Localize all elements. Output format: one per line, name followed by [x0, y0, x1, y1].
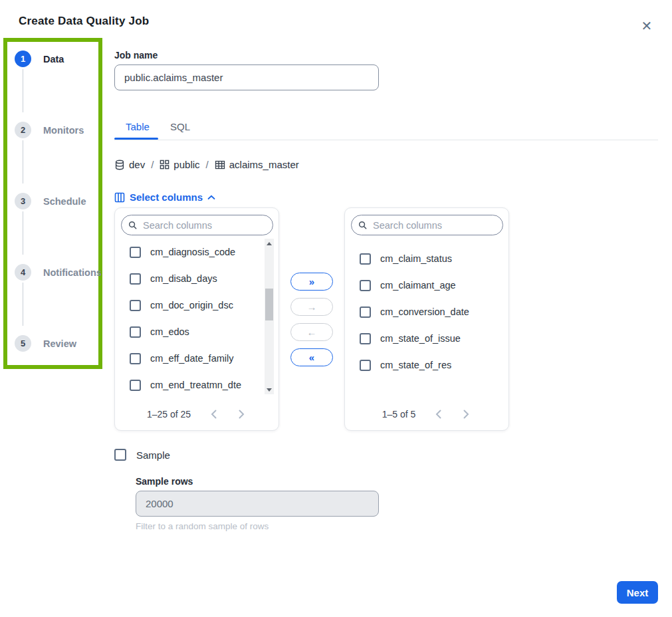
close-icon[interactable]: ✕	[638, 17, 655, 35]
column-row[interactable]: cm_eff_date_family	[115, 345, 279, 372]
column-checkbox[interactable]	[360, 280, 371, 291]
breadcrumb: dev / public / aclaims_master	[114, 159, 299, 170]
database-icon	[114, 160, 125, 170]
stepper-item-review[interactable]: 5 Review	[15, 335, 76, 352]
sample-checkbox[interactable]	[114, 449, 126, 461]
scroll-up-icon[interactable]	[265, 239, 274, 248]
move-all-left-button[interactable]: «	[290, 348, 333, 366]
column-checkbox[interactable]	[130, 326, 141, 338]
step-connector	[23, 140, 23, 184]
stepper-item-notifications[interactable]: 4 Notifications	[15, 264, 102, 281]
column-label: cm_claim_status	[380, 253, 452, 264]
prev-page-icon[interactable]	[433, 409, 443, 420]
column-checkbox[interactable]	[130, 247, 141, 258]
column-row[interactable]: cm_claim_status	[345, 245, 508, 272]
job-name-input[interactable]	[114, 64, 379, 90]
column-checkbox[interactable]	[360, 253, 371, 265]
step-number-badge: 4	[15, 264, 31, 281]
select-columns-toggle[interactable]: Select columns	[114, 191, 215, 203]
move-right-button[interactable]: →	[290, 298, 333, 316]
step-number-badge: 5	[15, 335, 31, 352]
breadcrumb-database[interactable]: dev	[114, 159, 145, 170]
sample-checkbox-label: Sample	[136, 449, 170, 461]
step-label: Review	[43, 338, 76, 349]
scroll-down-icon[interactable]	[265, 385, 274, 394]
chevron-up-icon	[207, 195, 215, 200]
move-all-right-button[interactable]: »	[290, 273, 333, 291]
selected-column-list: cm_claim_status cm_claimant_age cm_conve…	[345, 245, 508, 378]
column-checkbox[interactable]	[360, 360, 371, 371]
step-label: Schedule	[43, 196, 86, 207]
select-columns-label: Select columns	[130, 191, 203, 203]
job-name-label: Job name	[114, 50, 158, 61]
available-column-list: cm_diagnosis_code cm_disab_days cm_doc_o…	[115, 239, 279, 398]
pagination-range: 1–5 of 5	[382, 409, 416, 420]
column-row[interactable]: cm_state_of_issue	[345, 325, 508, 352]
column-label: cm_eff_date_family	[150, 353, 233, 364]
table-icon	[215, 160, 225, 170]
column-checkbox[interactable]	[130, 300, 141, 311]
move-left-button[interactable]: ←	[290, 323, 333, 341]
step-label: Monitors	[43, 125, 84, 136]
next-page-icon[interactable]	[461, 409, 471, 420]
column-row[interactable]: cm_claimant_age	[345, 272, 508, 299]
column-checkbox[interactable]	[360, 307, 371, 318]
next-button[interactable]: Next	[617, 581, 658, 604]
columns-icon	[114, 192, 125, 203]
step-connector	[23, 69, 23, 112]
column-label: cm_end_treatmn_dte	[150, 380, 241, 390]
stepper-item-data[interactable]: 1 Data	[15, 51, 64, 67]
available-search-input[interactable]	[142, 219, 266, 231]
page-title: Create Data Quality Job	[19, 15, 149, 28]
sample-checkbox-row[interactable]: Sample	[114, 449, 170, 461]
column-label: cm_state_of_issue	[380, 333, 461, 344]
search-icon	[358, 221, 367, 229]
step-label: Data	[43, 54, 64, 64]
pagination-range: 1–25 of 25	[147, 409, 191, 420]
stepper-item-schedule[interactable]: 3 Schedule	[15, 193, 86, 209]
sample-rows-input[interactable]	[136, 491, 379, 517]
step-number-badge: 3	[15, 193, 31, 209]
create-data-quality-job-dialog: Create Data Quality Job ✕ 1 Data 2 Monit…	[0, 0, 672, 617]
stepper-item-monitors[interactable]: 2 Monitors	[15, 122, 84, 138]
column-label: cm_doc_origin_dsc	[150, 300, 233, 310]
tab-table[interactable]: Table	[126, 121, 150, 132]
tab-sql[interactable]: SQL	[170, 121, 190, 132]
prev-page-icon[interactable]	[208, 409, 219, 420]
column-checkbox[interactable]	[360, 333, 371, 344]
available-columns-panel: cm_diagnosis_code cm_disab_days cm_doc_o…	[114, 207, 279, 431]
next-page-icon[interactable]	[236, 409, 247, 420]
column-row[interactable]: cm_disab_days	[115, 265, 279, 292]
column-row[interactable]: cm_conversion_date	[345, 299, 508, 325]
column-checkbox[interactable]	[130, 380, 141, 391]
breadcrumb-table[interactable]: aclaims_master	[215, 159, 299, 170]
breadcrumb-schema[interactable]: public	[160, 159, 199, 170]
sample-helper-text: Filter to a random sample of rows	[136, 521, 269, 531]
breadcrumb-schema-label: public	[173, 159, 199, 170]
schema-icon	[160, 160, 169, 170]
column-row[interactable]: cm_state_of_res	[345, 352, 508, 378]
column-checkbox[interactable]	[130, 273, 141, 285]
column-row[interactable]: cm_end_treatmn_dte	[115, 372, 279, 398]
available-pagination: 1–25 of 25	[115, 409, 279, 420]
column-label: cm_diagnosis_code	[150, 247, 235, 257]
column-row[interactable]: cm_doc_origin_dsc	[115, 292, 279, 318]
list-scrollbar[interactable]	[265, 239, 274, 394]
step-connector	[23, 283, 23, 326]
column-row[interactable]: cm_diagnosis_code	[115, 239, 279, 265]
scrollbar-thumb[interactable]	[265, 289, 273, 320]
tab-divider	[114, 140, 658, 140]
breadcrumb-separator: /	[150, 159, 155, 170]
column-checkbox[interactable]	[130, 353, 141, 364]
selected-search-input[interactable]	[372, 219, 496, 231]
available-search-box	[121, 215, 273, 235]
column-row[interactable]: cm_edos	[115, 318, 279, 345]
breadcrumb-separator: /	[205, 159, 210, 170]
step-connector	[23, 211, 23, 255]
breadcrumb-database-label: dev	[129, 159, 145, 170]
selected-columns-panel: cm_claim_status cm_claimant_age cm_conve…	[344, 207, 509, 431]
column-label: cm_disab_days	[150, 273, 217, 284]
sample-rows-label: Sample rows	[136, 476, 193, 487]
step-number-badge: 1	[15, 51, 31, 67]
step-number-badge: 2	[15, 122, 31, 138]
